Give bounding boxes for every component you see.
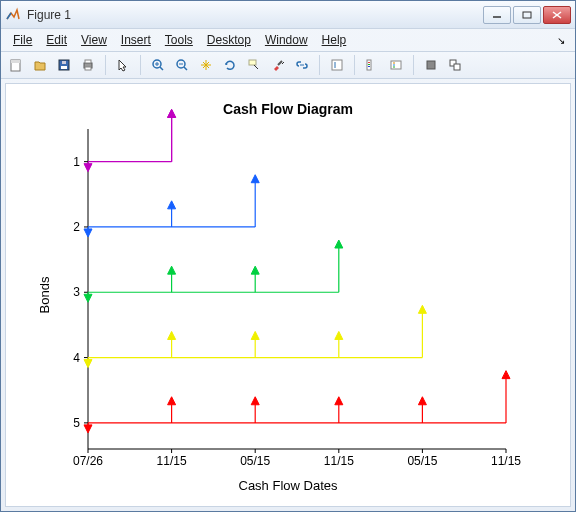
menubar: File Edit View Insert Tools Desktop Wind… (1, 29, 575, 51)
svg-text:5: 5 (73, 416, 80, 430)
toolbar-separator (105, 55, 106, 75)
open-button[interactable] (29, 54, 51, 76)
svg-text:11/15: 11/15 (324, 454, 354, 468)
zoom-in-button[interactable] (147, 54, 169, 76)
svg-rect-11 (85, 67, 91, 70)
window-controls (483, 6, 571, 24)
svg-line-17 (184, 67, 187, 70)
plot-svg: 1234507/2611/1505/1511/1505/1511/15 (28, 95, 548, 495)
svg-text:1: 1 (73, 155, 80, 169)
x-axis-label: Cash Flow Dates (28, 478, 548, 493)
toolbar-separator (413, 55, 414, 75)
chart-title: Cash Flow Diagram (28, 101, 548, 117)
svg-text:4: 4 (73, 351, 80, 365)
titlebar[interactable]: Figure 1 (1, 1, 575, 29)
maximize-button[interactable] (513, 6, 541, 24)
menu-tools[interactable]: Tools (159, 31, 199, 49)
show-plot-tools-button[interactable] (444, 54, 466, 76)
menu-file[interactable]: File (7, 31, 38, 49)
brush-button[interactable] (267, 54, 289, 76)
print-button[interactable] (77, 54, 99, 76)
svg-rect-10 (85, 60, 91, 63)
svg-text:07/26: 07/26 (73, 454, 103, 468)
svg-text:11/15: 11/15 (157, 454, 187, 468)
y-axis-label: Bonds (37, 277, 52, 314)
toolbar-separator (140, 55, 141, 75)
figure-canvas[interactable]: Cash Flow Diagram 1234507/2611/1505/1511… (5, 83, 571, 507)
svg-rect-28 (368, 66, 370, 67)
insert-colorbar-button[interactable] (326, 54, 348, 76)
menu-window[interactable]: Window (259, 31, 314, 49)
menu-desktop[interactable]: Desktop (201, 31, 257, 49)
insert-legend-button[interactable] (361, 54, 383, 76)
hide-plot-tools-button[interactable] (420, 54, 442, 76)
toolbar (1, 51, 575, 79)
svg-text:2: 2 (73, 220, 80, 234)
new-figure-button[interactable] (5, 54, 27, 76)
menu-help[interactable]: Help (316, 31, 353, 49)
svg-rect-26 (368, 62, 370, 63)
svg-rect-35 (454, 64, 460, 70)
svg-rect-29 (391, 61, 401, 69)
minimize-button[interactable] (483, 6, 511, 24)
figure-window: Figure 1 File Edit View Insert Tools Des… (0, 0, 576, 512)
menu-edit[interactable]: Edit (40, 31, 73, 49)
link-button[interactable] (291, 54, 313, 76)
svg-line-20 (254, 65, 258, 69)
svg-text:3: 3 (73, 285, 80, 299)
svg-rect-33 (427, 61, 435, 69)
matlab-icon (5, 7, 21, 23)
svg-line-13 (160, 67, 163, 70)
menu-overflow-icon[interactable]: ↘ (557, 35, 569, 46)
svg-rect-8 (62, 61, 66, 64)
axes: Cash Flow Diagram 1234507/2611/1505/1511… (28, 95, 548, 495)
pan-button[interactable] (195, 54, 217, 76)
svg-text:11/15: 11/15 (491, 454, 521, 468)
save-button[interactable] (53, 54, 75, 76)
svg-rect-7 (61, 66, 67, 69)
svg-rect-1 (523, 12, 531, 18)
svg-rect-5 (11, 60, 20, 63)
svg-rect-19 (249, 60, 256, 65)
zoom-out-button[interactable] (171, 54, 193, 76)
svg-line-21 (278, 61, 282, 65)
pointer-button[interactable] (112, 54, 134, 76)
data-cursor-button[interactable] (243, 54, 265, 76)
toolbar-separator (319, 55, 320, 75)
menu-insert[interactable]: Insert (115, 31, 157, 49)
svg-rect-36 (88, 129, 506, 449)
svg-rect-23 (332, 60, 342, 70)
legend-toggle-button[interactable] (385, 54, 407, 76)
rotate-button[interactable] (219, 54, 241, 76)
window-title: Figure 1 (27, 8, 483, 22)
svg-text:05/15: 05/15 (240, 454, 270, 468)
svg-rect-27 (368, 64, 370, 65)
menu-view[interactable]: View (75, 31, 113, 49)
close-button[interactable] (543, 6, 571, 24)
toolbar-separator (354, 55, 355, 75)
svg-text:05/15: 05/15 (407, 454, 437, 468)
